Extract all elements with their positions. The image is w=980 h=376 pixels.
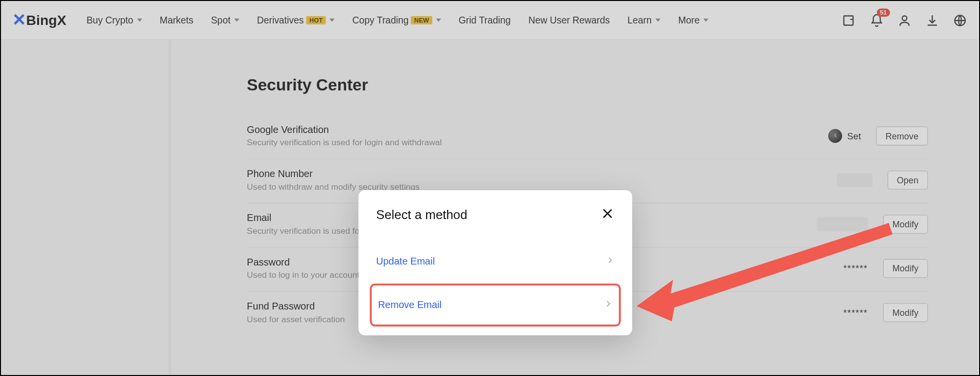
brand-logo[interactable]: ✕ BingX bbox=[12, 10, 66, 30]
nav-buy-crypto[interactable]: Buy Crypto bbox=[87, 15, 142, 25]
setting-title: Password bbox=[247, 256, 359, 267]
setting-desc: Security verification is used for login … bbox=[247, 138, 442, 147]
masked-value: ****** bbox=[844, 307, 868, 317]
close-icon[interactable] bbox=[601, 207, 614, 223]
sidebar-divider bbox=[169, 40, 173, 376]
setting-google-verification: Google Verification Security verificatio… bbox=[247, 124, 928, 159]
chevron-down-icon bbox=[436, 19, 441, 22]
masked-value: ****** bbox=[844, 263, 868, 273]
status-text: Set bbox=[847, 131, 861, 141]
setting-desc: Used for asset verification bbox=[247, 314, 345, 324]
remove-button[interactable]: Remove bbox=[876, 126, 928, 145]
option-remove-email[interactable]: Remove Email bbox=[378, 286, 612, 325]
select-method-modal: Select a method Update Email Remove Emai… bbox=[358, 190, 632, 335]
masked-value bbox=[837, 173, 872, 187]
chevron-down-icon bbox=[703, 19, 708, 22]
nav-label: Grid Trading bbox=[458, 15, 510, 25]
nav-label: Derivatives bbox=[257, 15, 304, 25]
nav-markets[interactable]: Markets bbox=[160, 15, 194, 25]
masked-value bbox=[817, 217, 868, 231]
nav-label: Spot bbox=[211, 15, 231, 25]
user-icon[interactable] bbox=[897, 13, 911, 27]
option-update-email[interactable]: Update Email bbox=[376, 244, 615, 279]
svg-point-1 bbox=[902, 16, 907, 20]
annotation-highlight: Remove Email bbox=[370, 284, 621, 327]
option-label: Update Email bbox=[376, 256, 435, 267]
nav-derivatives[interactable]: Derivatives HOT bbox=[257, 15, 335, 25]
modify-button[interactable]: Modify bbox=[883, 215, 928, 234]
setting-title: Email bbox=[247, 212, 359, 223]
authenticator-icon bbox=[828, 129, 842, 142]
notification-count-badge: 51 bbox=[877, 8, 890, 17]
nav-grid-trading[interactable]: Grid Trading bbox=[458, 15, 510, 25]
nav-more[interactable]: More bbox=[678, 15, 708, 25]
setting-desc: Security verification is used fo bbox=[247, 226, 359, 236]
setting-title: Google Verification bbox=[247, 124, 442, 135]
chevron-right-icon bbox=[606, 256, 614, 267]
wallet-icon[interactable] bbox=[842, 13, 856, 27]
globe-icon[interactable] bbox=[953, 13, 967, 27]
nav-copy-trading[interactable]: Copy Trading NEW bbox=[352, 15, 441, 25]
nav-label: New User Rewards bbox=[528, 15, 610, 25]
svg-rect-0 bbox=[844, 16, 853, 25]
brand-name: BingX bbox=[26, 12, 66, 29]
status-indicator: Set bbox=[828, 129, 861, 142]
chevron-down-icon bbox=[137, 19, 142, 22]
topbar-actions: 51 bbox=[842, 13, 967, 27]
main-nav: Buy Crypto Markets Spot Derivatives HOT … bbox=[87, 15, 842, 25]
nav-label: Markets bbox=[160, 15, 194, 25]
chevron-down-icon bbox=[329, 19, 334, 22]
open-button[interactable]: Open bbox=[887, 170, 928, 189]
modify-button[interactable]: Modify bbox=[883, 303, 928, 322]
setting-desc: Used to log in to your account bbox=[247, 270, 359, 280]
chevron-down-icon bbox=[655, 19, 660, 22]
modal-title: Select a method bbox=[376, 207, 467, 222]
nav-label: Copy Trading bbox=[352, 15, 409, 25]
brand-mark-icon: ✕ bbox=[12, 10, 23, 30]
nav-spot[interactable]: Spot bbox=[211, 15, 240, 25]
nav-label: Buy Crypto bbox=[87, 15, 133, 25]
modify-button[interactable]: Modify bbox=[883, 259, 928, 278]
chevron-right-icon bbox=[604, 299, 612, 310]
nav-new-user-rewards[interactable]: New User Rewards bbox=[528, 15, 610, 25]
setting-title: Fund Password bbox=[247, 301, 345, 312]
setting-title: Phone Number bbox=[247, 168, 419, 179]
download-icon[interactable] bbox=[925, 13, 939, 27]
hot-badge: HOT bbox=[306, 16, 326, 24]
nav-learn[interactable]: Learn bbox=[628, 15, 661, 25]
option-label: Remove Email bbox=[378, 299, 441, 310]
page-title: Security Center bbox=[247, 75, 928, 95]
new-badge: NEW bbox=[411, 16, 432, 24]
notifications-icon[interactable]: 51 bbox=[870, 13, 884, 27]
top-navbar: ✕ BingX Buy Crypto Markets Spot Derivati… bbox=[1, 1, 979, 40]
nav-label: Learn bbox=[628, 15, 652, 25]
chevron-down-icon bbox=[234, 19, 239, 22]
nav-label: More bbox=[678, 15, 699, 25]
